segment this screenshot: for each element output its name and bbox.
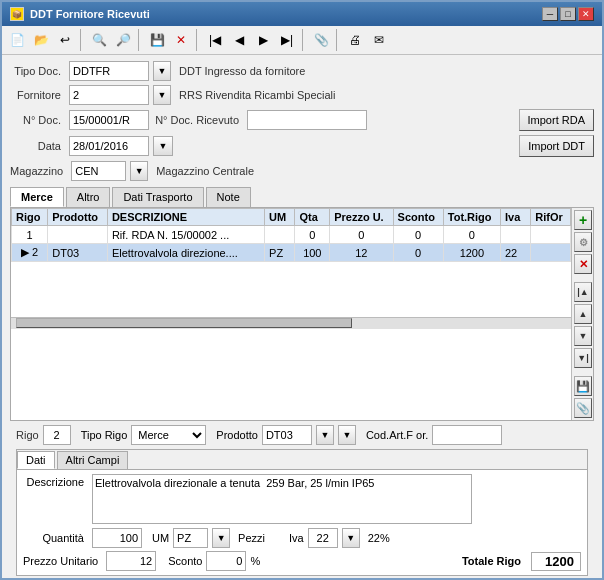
data-input[interactable]: [69, 136, 149, 156]
fornitore-input[interactable]: [69, 85, 149, 105]
attach-icon-btn[interactable]: 📎: [574, 398, 592, 418]
data-calendar-btn[interactable]: ▼: [153, 136, 173, 156]
prodotto-browse-btn[interactable]: ▼: [316, 425, 334, 445]
find-all-btn[interactable]: 🔎: [112, 29, 134, 51]
settings-icon-btn[interactable]: ⚙: [574, 232, 592, 252]
nav-top-btn[interactable]: |▲: [574, 282, 592, 302]
um-browse-btn[interactable]: ▼: [212, 528, 230, 548]
tipo-rigo-label: Tipo Rigo: [81, 429, 128, 441]
detail-tab-dati[interactable]: Dati: [17, 451, 55, 469]
tab-note[interactable]: Note: [206, 187, 251, 207]
desc-row: Descrizione Elettrovalvola direzionale a…: [23, 474, 581, 524]
cell-sconto: 0: [393, 244, 443, 262]
sep5: [336, 29, 340, 51]
detail-tabs: Dati Altri Campi Descrizione Elettrovalv…: [16, 449, 588, 576]
qty-input[interactable]: [92, 528, 142, 548]
prodotto-browse-btn2[interactable]: ▼: [338, 425, 356, 445]
cell-rigo: 1: [12, 226, 48, 244]
magazzino-input[interactable]: [71, 161, 126, 181]
minimize-btn[interactable]: ─: [542, 7, 558, 21]
cell-prodotto: [48, 226, 108, 244]
tipo-doc-browse[interactable]: ▼: [153, 61, 171, 81]
desc-textarea[interactable]: Elettrovalvola direzionale a tenuta 259 …: [92, 474, 472, 524]
title-bar: 📦 DDT Fornitore Ricevuti ─ □ ✕: [2, 2, 602, 26]
detail-tab-header: Dati Altri Campi: [17, 450, 587, 469]
um-input[interactable]: [173, 528, 208, 548]
nav-next-btn[interactable]: ▶: [252, 29, 274, 51]
nav-last-btn[interactable]: ▶|: [276, 29, 298, 51]
save-btn[interactable]: 💾: [146, 29, 168, 51]
cell-tot: 1200: [443, 244, 500, 262]
iva-browse-btn[interactable]: ▼: [342, 528, 360, 548]
qty-label: Quantità: [23, 532, 88, 544]
nav-bottom-btn[interactable]: ▼|: [574, 348, 592, 368]
del-icon-btn[interactable]: ✕: [574, 254, 592, 274]
totale-label: Totale Rigo: [462, 555, 521, 567]
data-table: Rigo Prodotto DESCRIZIONE UM Qta Prezzo …: [11, 208, 571, 262]
sep1: [80, 29, 84, 51]
table-empty-space: [11, 262, 571, 317]
toolbar: 📄 📂 ↩ 🔍 🔎 💾 ✕ |◀ ◀ ▶ ▶| 📎 🖨 ✉: [2, 26, 602, 55]
close-btn[interactable]: ✕: [578, 7, 594, 21]
col-rifor: RifOr: [531, 209, 571, 226]
new-btn[interactable]: 📄: [6, 29, 28, 51]
n-doc-ricevuto-input[interactable]: [247, 110, 367, 130]
n-doc-input[interactable]: [69, 110, 149, 130]
col-tot: Tot.Rigo: [443, 209, 500, 226]
find-btn[interactable]: 🔍: [88, 29, 110, 51]
tab-altro[interactable]: Altro: [66, 187, 111, 207]
email-btn[interactable]: ✉: [368, 29, 390, 51]
data-row: Data ▼ Import DDT: [10, 135, 594, 157]
iva-input[interactable]: [308, 528, 338, 548]
tipo-rigo-select[interactable]: Merce Servizio Spesa: [131, 425, 206, 445]
prodotto-form-input[interactable]: [262, 425, 312, 445]
attach-btn[interactable]: 📎: [310, 29, 332, 51]
tipo-doc-desc: DDT Ingresso da fornitore: [175, 65, 305, 77]
table-container: Rigo Prodotto DESCRIZIONE UM Qta Prezzo …: [11, 208, 571, 420]
tipo-doc-input[interactable]: [69, 61, 149, 81]
price-row: Prezzo Unitario Sconto % Totale Rigo 120…: [23, 551, 581, 571]
undo-btn[interactable]: ↩: [54, 29, 76, 51]
print-btn[interactable]: 🖨: [344, 29, 366, 51]
cod-art-label: Cod.Art.F or.: [366, 429, 428, 441]
magazzino-browse[interactable]: ▼: [130, 161, 148, 181]
nav-down-btn[interactable]: ▼: [574, 326, 592, 346]
delete-btn[interactable]: ✕: [170, 29, 192, 51]
detail-tab-altri[interactable]: Altri Campi: [57, 451, 129, 469]
detail-content: Descrizione Elettrovalvola direzionale a…: [17, 469, 587, 575]
table-row[interactable]: 1 Rif. RDA N. 15/00002 ... 0 0 0 0: [12, 226, 571, 244]
nav-first-btn[interactable]: |◀: [204, 29, 226, 51]
sconto-pct: %: [250, 555, 260, 567]
sconto-input[interactable]: [206, 551, 246, 571]
tipo-doc-label: Tipo Doc.: [10, 65, 65, 77]
maximize-btn[interactable]: □: [560, 7, 576, 21]
import-ddt-btn[interactable]: Import DDT: [519, 135, 594, 157]
save-icon-btn[interactable]: 💾: [574, 376, 592, 396]
table-section: Rigo Prodotto DESCRIZIONE UM Qta Prezzo …: [10, 208, 594, 421]
rigo-form-input[interactable]: [43, 425, 71, 445]
cell-um: [265, 226, 295, 244]
cell-iva: 22: [500, 244, 530, 262]
tab-dati-trasporto[interactable]: Dati Trasporto: [112, 187, 203, 207]
n-doc-label: N° Doc.: [10, 114, 65, 126]
tab-merce[interactable]: Merce: [10, 187, 64, 207]
data-label: Data: [10, 140, 65, 152]
table-row[interactable]: ▶ 2 DT03 Elettrovalvola direzione.... PZ…: [12, 244, 571, 262]
cod-art-input[interactable]: [432, 425, 502, 445]
main-content: Tipo Doc. ▼ DDT Ingresso da fornitore Fo…: [2, 55, 602, 578]
cell-iva: [500, 226, 530, 244]
col-iva: Iva: [500, 209, 530, 226]
cell-descrizione: Rif. RDA N. 15/00002 ...: [107, 226, 264, 244]
nav-prev-btn[interactable]: ◀: [228, 29, 250, 51]
nav-up-btn[interactable]: ▲: [574, 304, 592, 324]
fornitore-browse[interactable]: ▼: [153, 85, 171, 105]
prezzo-input[interactable]: [106, 551, 156, 571]
h-scrollbar[interactable]: [11, 317, 571, 329]
open-btn[interactable]: 📂: [30, 29, 52, 51]
col-descrizione: DESCRIZIONE: [107, 209, 264, 226]
cell-um: PZ: [265, 244, 295, 262]
cell-descrizione: Elettrovalvola direzione....: [107, 244, 264, 262]
sep4: [302, 29, 306, 51]
import-rda-btn[interactable]: Import RDA: [519, 109, 594, 131]
add-row-icon-btn[interactable]: +: [574, 210, 592, 230]
